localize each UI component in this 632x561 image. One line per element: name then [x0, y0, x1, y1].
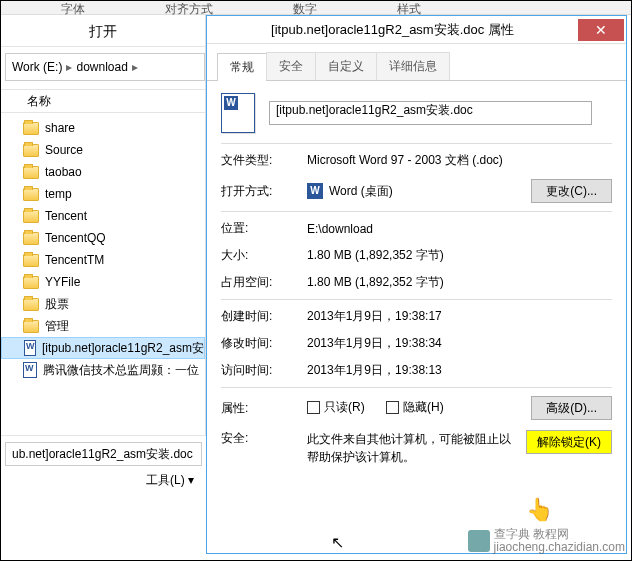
dialog-title: [itpub.net]oracle11gR2_asm安装.doc 属性: [207, 21, 578, 39]
folder-icon: [23, 144, 39, 157]
checkbox-icon: [386, 401, 399, 414]
ribbon-group-style: 样式: [397, 1, 421, 14]
list-item[interactable]: YYFile: [1, 271, 205, 293]
list-item[interactable]: Source: [1, 139, 205, 161]
label-security: 安全:: [221, 430, 299, 447]
list-item[interactable]: temp: [1, 183, 205, 205]
hidden-label: 隐藏(H): [403, 399, 444, 416]
file-type-icon: [221, 93, 255, 133]
label-accessed: 访问时间:: [221, 362, 299, 379]
ribbon-group-font: 字体: [61, 1, 85, 14]
unlock-button[interactable]: 解除锁定(K): [526, 430, 612, 454]
list-item-label: TencentQQ: [45, 231, 106, 245]
open-dialog-title: 打开: [1, 15, 205, 47]
list-item-label: temp: [45, 187, 72, 201]
folder-icon: [23, 122, 39, 135]
tab-custom[interactable]: 自定义: [315, 52, 377, 80]
label-created: 创建时间:: [221, 308, 299, 325]
tab-security[interactable]: 安全: [266, 52, 316, 80]
value-size: 1.80 MB (1,892,352 字节): [307, 247, 612, 264]
ribbon-group-align: 对齐方式: [165, 1, 213, 14]
folder-icon: [23, 232, 39, 245]
list-item[interactable]: 股票: [1, 293, 205, 315]
folder-icon: [23, 276, 39, 289]
checkbox-icon: [307, 401, 320, 414]
breadcrumb[interactable]: Work (E:) ▸ download ▸: [5, 53, 205, 81]
value-modified: 2013年1月9日，19:38:34: [307, 335, 612, 352]
filename-input[interactable]: ub.net]oracle11gR2_asm安装.doc: [5, 442, 202, 466]
watermark-url: jiaocheng.chazidian.com: [494, 541, 625, 554]
column-header-name[interactable]: 名称: [1, 89, 205, 113]
close-button[interactable]: ✕: [578, 19, 624, 41]
advanced-button[interactable]: 高级(D)...: [531, 396, 612, 420]
tab-general[interactable]: 常规: [217, 53, 267, 81]
tab-details[interactable]: 详细信息: [376, 52, 450, 80]
list-item[interactable]: TencentQQ: [1, 227, 205, 249]
value-ondisk: 1.80 MB (1,892,352 字节): [307, 274, 612, 291]
value-openwith: WWord (桌面): [307, 183, 523, 200]
list-item-label: [itpub.net]oracle11gR2_asm安装.doc: [42, 340, 204, 357]
open-dialog-footer: ub.net]oracle11gR2_asm安装.doc 工具(L) ▾: [1, 435, 206, 495]
list-item-label: YYFile: [45, 275, 80, 289]
attributes-checks: 只读(R) 隐藏(H): [307, 399, 523, 417]
hidden-checkbox[interactable]: 隐藏(H): [386, 399, 444, 416]
list-item[interactable]: taobao: [1, 161, 205, 183]
label-ondisk: 占用空间:: [221, 274, 299, 291]
tools-dropdown[interactable]: 工具(L): [146, 473, 185, 487]
folder-icon: [23, 166, 39, 179]
chevron-right-icon: ▸: [132, 60, 138, 74]
watermark-icon: [468, 530, 490, 552]
word-doc-icon: [23, 362, 37, 378]
breadcrumb-drive[interactable]: Work (E:): [12, 60, 62, 74]
list-item[interactable]: share: [1, 117, 205, 139]
properties-dialog: [itpub.net]oracle11gR2_asm安装.doc 属性 ✕ 常规…: [206, 15, 627, 554]
change-button[interactable]: 更改(C)...: [531, 179, 612, 203]
tab-bar: 常规 安全 自定义 详细信息: [207, 44, 626, 81]
label-openwith: 打开方式:: [221, 183, 299, 200]
list-item-selected[interactable]: [itpub.net]oracle11gR2_asm安装.doc: [1, 337, 205, 359]
word-app-icon: W: [307, 183, 323, 199]
label-filetype: 文件类型:: [221, 152, 299, 169]
list-item-label: taobao: [45, 165, 82, 179]
security-message: 此文件来自其他计算机，可能被阻止以帮助保护该计算机。: [307, 430, 518, 466]
value-location: E:\download: [307, 222, 612, 236]
word-doc-icon: [24, 340, 36, 356]
open-dialog: 打开 Work (E:) ▸ download ▸ 名称 share Sourc…: [1, 15, 206, 435]
list-item-label: 股票: [45, 296, 69, 313]
openwith-text: Word (桌面): [329, 183, 393, 200]
file-list: share Source taobao temp Tencent Tencent…: [1, 113, 205, 385]
label-size: 大小:: [221, 247, 299, 264]
label-modified: 修改时间:: [221, 335, 299, 352]
list-item[interactable]: TencentTM: [1, 249, 205, 271]
value-created: 2013年1月9日，19:38:17: [307, 308, 612, 325]
breadcrumb-folder[interactable]: download: [76, 60, 127, 74]
folder-icon: [23, 320, 39, 333]
filename-field[interactable]: [itpub.net]oracle11gR2_asm安装.doc: [269, 101, 592, 125]
readonly-checkbox[interactable]: 只读(R): [307, 399, 365, 416]
value-accessed: 2013年1月9日，19:38:13: [307, 362, 612, 379]
list-item[interactable]: 腾讯微信技术总监周颢：一位: [1, 359, 205, 381]
folder-icon: [23, 298, 39, 311]
readonly-label: 只读(R): [324, 399, 365, 416]
watermark: 查字典 教程网jiaocheng.chazidian.com: [468, 528, 625, 554]
list-item-label: Source: [45, 143, 83, 157]
value-filetype: Microsoft Word 97 - 2003 文档 (.doc): [307, 152, 612, 169]
list-item-label: 管理: [45, 318, 69, 335]
folder-icon: [23, 188, 39, 201]
folder-icon: [23, 254, 39, 267]
list-item-label: Tencent: [45, 209, 87, 223]
list-item[interactable]: 管理: [1, 315, 205, 337]
list-item-label: TencentTM: [45, 253, 104, 267]
list-item-label: share: [45, 121, 75, 135]
chevron-right-icon: ▸: [66, 60, 72, 74]
folder-icon: [23, 210, 39, 223]
list-item-label: 腾讯微信技术总监周颢：一位: [43, 362, 199, 379]
watermark-site: 查字典 教程网: [494, 528, 625, 541]
label-location: 位置:: [221, 220, 299, 237]
list-item[interactable]: Tencent: [1, 205, 205, 227]
ribbon-group-number: 数字: [293, 1, 317, 14]
label-attributes: 属性:: [221, 400, 299, 417]
